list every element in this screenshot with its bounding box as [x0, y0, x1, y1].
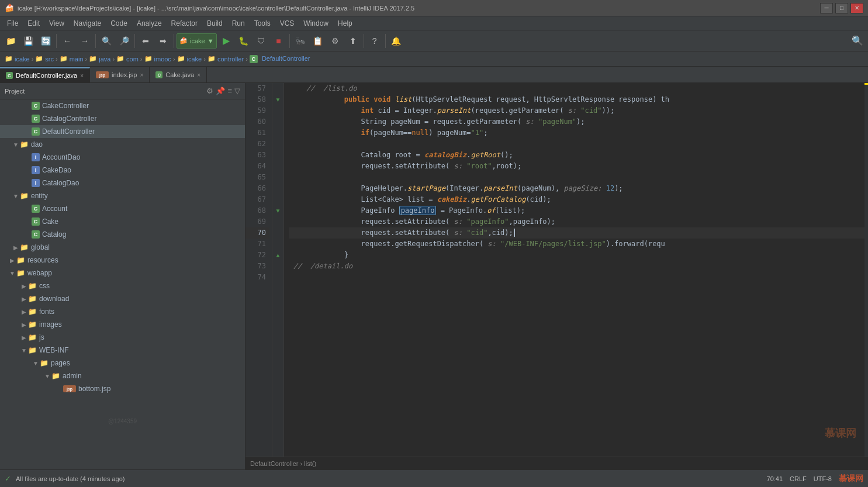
status-position[interactable]: 70:41 — [767, 475, 783, 482]
minimize-button[interactable]: ─ — [820, 3, 833, 13]
status-encoding[interactable]: UTF-8 — [814, 475, 832, 482]
nav-back-button[interactable]: ⬅ — [137, 33, 154, 49]
help-button[interactable]: ? — [366, 33, 383, 49]
menu-view[interactable]: View — [44, 18, 69, 29]
tree-item-dao[interactable]: ▼ 📁 dao — [0, 138, 245, 151]
menu-run[interactable]: Run — [227, 18, 250, 29]
bookmark-icon-68[interactable]: ▼ — [275, 208, 281, 214]
tree-label-download: download — [39, 295, 69, 303]
close-button[interactable]: ✕ — [850, 3, 863, 13]
debug-button[interactable]: 🐛 — [236, 33, 252, 49]
forward-button[interactable]: → — [77, 33, 93, 49]
todo-button[interactable]: 📋 — [310, 33, 326, 49]
tab-close-cake[interactable]: × — [197, 72, 200, 78]
editor-tabs: C DefaultController.java × jsp index.jsp… — [0, 67, 868, 83]
tree-item-bottom-jsp[interactable]: jsp bottom.jsp — [0, 382, 245, 395]
breadcrumb-item-icake[interactable]: 📁 icake — [5, 55, 30, 63]
class-icon-c: C — [32, 230, 40, 239]
new-project-button[interactable]: 📁 — [2, 33, 19, 49]
status-crlf[interactable]: CRLF — [790, 475, 807, 482]
menu-help[interactable]: Help — [333, 18, 357, 29]
status-right: 70:41 CRLF UTF-8 慕课网 — [767, 474, 863, 484]
tree-item-download[interactable]: ▶ 📁 download — [0, 292, 245, 305]
ant-button[interactable]: 🐜 — [292, 33, 309, 49]
bc-label-icake2: icake — [187, 56, 202, 63]
tab-close-defaultcontroller[interactable]: × — [80, 72, 84, 79]
sidebar-pin-icon[interactable]: 📌 — [216, 87, 225, 95]
tree-item-catalogcontroller[interactable]: C CatalogController — [0, 112, 245, 125]
maximize-button[interactable]: □ — [835, 3, 848, 13]
menu-file[interactable]: File — [2, 18, 23, 29]
right-indicator[interactable] — [864, 83, 868, 457]
tree-item-js[interactable]: ▶ 📁 js — [0, 331, 245, 344]
tree-item-accountdao[interactable]: I AccountDao — [0, 151, 245, 164]
class-icon-defaultcontroller: C — [250, 55, 258, 63]
menu-refactor[interactable]: Refactor — [167, 18, 202, 29]
tree-item-cake[interactable]: C Cake — [0, 215, 245, 228]
tree-item-cakedao[interactable]: I CakeDao — [0, 164, 245, 177]
menu-analyze[interactable]: Analyze — [132, 18, 167, 29]
search-everywhere-button[interactable]: 🔍 — [849, 33, 866, 49]
tree-item-resources[interactable]: ▶ 📁 resources — [0, 254, 245, 267]
fold-icon-72[interactable]: ▲ — [275, 252, 281, 258]
coverage-button[interactable]: 🛡 — [253, 33, 269, 49]
find-button[interactable]: 🔎 — [116, 33, 132, 49]
tab-cake-java[interactable]: C Cake.java × — [150, 67, 207, 82]
menu-navigate[interactable]: Navigate — [69, 18, 106, 29]
menu-build[interactable]: Build — [202, 18, 227, 29]
tree-item-css[interactable]: ▶ 📁 css — [0, 279, 245, 292]
tab-defaultcontroller[interactable]: C DefaultController.java × — [0, 67, 90, 82]
tree-item-webinf[interactable]: ▼ 📁 WEB-INF — [0, 344, 245, 357]
menu-tools[interactable]: Tools — [250, 18, 275, 29]
tree-item-catalogdao[interactable]: I CatalogDao — [0, 177, 245, 189]
generate-button[interactable]: ⚙ — [327, 33, 344, 49]
breadcrumb-item-src[interactable]: 📁 src — [35, 55, 54, 63]
tree-item-webapp[interactable]: ▼ 📁 webapp — [0, 267, 245, 279]
notification-button[interactable]: 🔔 — [388, 33, 404, 49]
tree-item-defaultcontroller[interactable]: C DefaultController — [0, 125, 245, 138]
tree-item-fonts[interactable]: ▶ 📁 fonts — [0, 305, 245, 318]
back-button[interactable]: ← — [59, 33, 75, 49]
bc-label-java: java — [99, 56, 110, 63]
sidebar-expand-icon[interactable]: ≡ — [227, 87, 232, 95]
breadcrumb-item-com[interactable]: 📁 com — [116, 55, 139, 63]
fold-icon-58[interactable]: ▼ — [275, 96, 281, 103]
gutter-64 — [272, 161, 283, 172]
tree-item-pages[interactable]: ▼ 📁 pages — [0, 357, 245, 369]
tree-item-entity[interactable]: ▼ 📁 entity — [0, 189, 245, 202]
sidebar-gear-icon[interactable]: ⚙ — [206, 87, 213, 95]
status-ok-icon: ✓ — [5, 474, 11, 483]
tree-item-admin[interactable]: ▼ 📁 admin — [0, 369, 245, 382]
menu-edit[interactable]: Edit — [23, 18, 44, 29]
code-content[interactable]: // /list.do public void list(HttpServlet… — [284, 83, 864, 457]
stop-button[interactable]: ■ — [271, 33, 287, 49]
breadcrumb-item-controller[interactable]: 📁 controller — [208, 55, 244, 63]
sync-button[interactable]: 🔄 — [37, 33, 54, 49]
toolbar-separator-6 — [364, 34, 364, 48]
save-button[interactable]: 💾 — [20, 33, 36, 49]
search-button[interactable]: 🔍 — [98, 33, 115, 49]
menu-vcs[interactable]: VCS — [275, 18, 299, 29]
breadcrumb-item-main[interactable]: 📁 main — [60, 55, 84, 63]
menu-window[interactable]: Window — [299, 18, 333, 29]
tree-item-catalog[interactable]: C Catalog — [0, 228, 245, 241]
breadcrumb-item-imooc[interactable]: 📁 imooc — [144, 55, 171, 63]
breadcrumb-item-defaultcontroller[interactable]: C DefaultController — [250, 55, 310, 63]
run-config-dropdown[interactable]: 🍰 icake ▼ — [177, 33, 217, 49]
tree-item-images[interactable]: ▶ 📁 images — [0, 318, 245, 331]
tree-item-cakecontroller[interactable]: C CakeController — [0, 99, 245, 112]
folder-icon-entity: 📁 — [20, 192, 29, 200]
breadcrumb-item-icake2[interactable]: 📁 icake — [177, 55, 202, 63]
tree-item-global[interactable]: ▶ 📁 global — [0, 241, 245, 254]
tree-label-fonts: fonts — [39, 308, 54, 316]
upload-button[interactable]: ⬆ — [345, 33, 361, 49]
run-button[interactable]: ▶ — [218, 33, 234, 49]
tab-index-jsp[interactable]: jsp index.jsp × — [90, 67, 150, 82]
nav-fwd-button[interactable]: ➡ — [155, 33, 171, 49]
tab-icon-defaultcontroller: C — [6, 72, 13, 79]
breadcrumb-item-java[interactable]: 📁 java — [89, 55, 110, 63]
tab-close-index[interactable]: × — [140, 72, 143, 78]
menu-code[interactable]: Code — [106, 18, 132, 29]
sidebar-settings-icon[interactable]: ▽ — [234, 87, 240, 95]
tree-item-account[interactable]: C Account — [0, 202, 245, 215]
